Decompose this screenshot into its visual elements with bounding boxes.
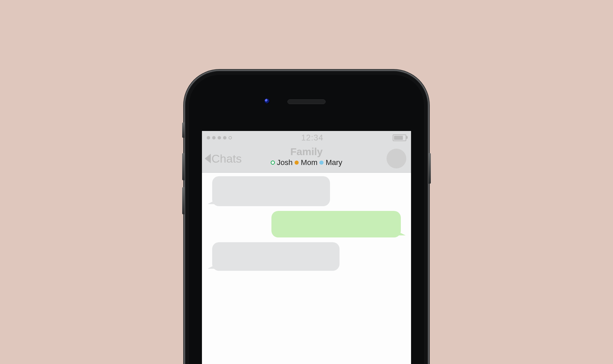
phone-device-frame: 12:34 Chats Family Josh Mom Mary bbox=[186, 71, 427, 364]
chat-header: Chats Family Josh Mom Mary bbox=[202, 145, 411, 173]
status-time: 12:34 bbox=[301, 133, 323, 143]
presence-dot-icon bbox=[319, 161, 324, 165]
bubble-tail-icon bbox=[207, 265, 214, 269]
message-bubble-outgoing[interactable] bbox=[271, 211, 401, 237]
member-name: Mom bbox=[301, 158, 317, 167]
bubble-tail-icon bbox=[207, 201, 214, 204]
message-bubble-incoming[interactable] bbox=[212, 242, 340, 271]
status-bar: 12:34 bbox=[202, 131, 411, 145]
power-button[interactable] bbox=[428, 153, 431, 184]
mute-switch[interactable] bbox=[182, 122, 185, 138]
message-bubble-incoming[interactable] bbox=[212, 176, 330, 206]
member-name: Mary bbox=[326, 158, 342, 167]
chat-members[interactable]: Josh Mom Mary bbox=[202, 158, 411, 167]
volume-down-button[interactable] bbox=[182, 187, 185, 214]
phone-screen: 12:34 Chats Family Josh Mom Mary bbox=[202, 131, 411, 364]
earpiece-speaker-icon bbox=[287, 99, 326, 104]
battery-icon bbox=[393, 134, 406, 141]
bubble-tail-icon bbox=[399, 232, 406, 235]
presence-dot-icon bbox=[295, 161, 299, 165]
member-name: Josh bbox=[277, 158, 293, 167]
volume-up-button[interactable] bbox=[182, 153, 185, 180]
presence-dot-icon bbox=[271, 161, 275, 165]
chat-avatar[interactable] bbox=[387, 149, 406, 168]
message-thread[interactable] bbox=[202, 173, 411, 274]
signal-strength-icon bbox=[207, 136, 232, 139]
front-camera-icon bbox=[264, 98, 270, 104]
